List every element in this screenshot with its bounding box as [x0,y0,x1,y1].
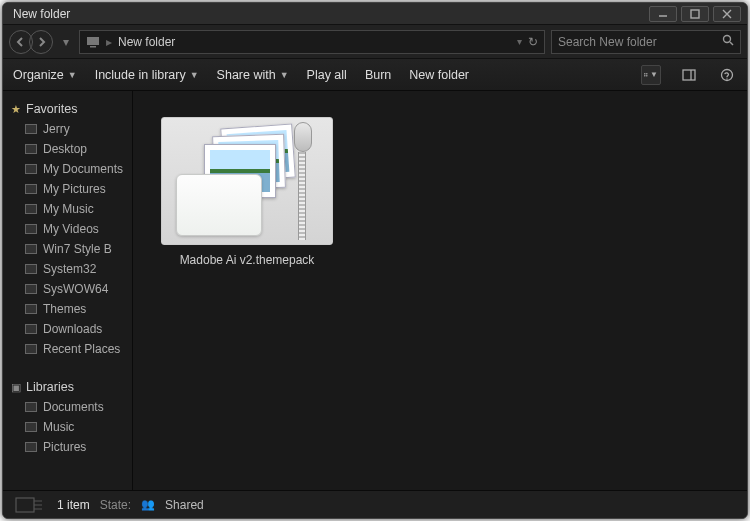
navigation-pane[interactable]: ★ Favorites JerryDesktopMy DocumentsMy P… [3,91,133,490]
state-value: Shared [165,498,204,512]
history-buttons [9,30,53,54]
svg-rect-7 [646,75,647,76]
chevron-down-icon: ▼ [190,70,199,80]
breadcrumb-separator-icon: ▸ [106,35,112,49]
sidebar-item-label: Documents [43,400,104,414]
folder-icon [25,284,37,294]
organize-menu[interactable]: Organize▼ [13,68,77,82]
sidebar-item-my-documents[interactable]: My Documents [3,159,132,179]
state-label: State: [100,498,131,512]
window-controls [649,6,741,22]
chevron-down-icon: ▼ [650,70,658,79]
command-bar: Organize▼ Include in library▼ Share with… [3,59,747,91]
burn-button[interactable]: Burn [365,68,391,82]
sidebar-item-my-pictures[interactable]: My Pictures [3,179,132,199]
library-icon [25,422,37,432]
libraries-icon: ▣ [11,381,21,394]
share-with-menu[interactable]: Share with▼ [217,68,289,82]
folder-icon [25,324,37,334]
folder-icon [25,264,37,274]
library-icon [25,442,37,452]
navigation-bar: ▾ ▸ New folder ▾ ↻ [3,25,747,59]
sidebar-item-label: My Videos [43,222,99,236]
history-dropdown[interactable]: ▾ [59,35,73,49]
address-dropdown[interactable]: ▾ [517,36,522,47]
sidebar-item-pictures[interactable]: Pictures [3,437,132,457]
folder-icon [25,144,37,154]
svg-rect-8 [683,70,695,80]
libraries-label: Libraries [26,380,74,394]
star-icon: ★ [11,103,21,116]
folder-icon [25,224,37,234]
chevron-down-icon: ▼ [280,70,289,80]
sidebar-item-label: My Pictures [43,182,106,196]
sidebar-item-label: SysWOW64 [43,282,108,296]
sidebar-item-downloads[interactable]: Downloads [3,319,132,339]
body: ★ Favorites JerryDesktopMy DocumentsMy P… [3,91,747,490]
sidebar-item-label: Pictures [43,440,86,454]
sidebar-item-documents[interactable]: Documents [3,397,132,417]
close-button[interactable] [713,6,741,22]
sidebar-item-music[interactable]: Music [3,417,132,437]
sidebar-item-desktop[interactable]: Desktop [3,139,132,159]
sidebar-item-jerry[interactable]: Jerry [3,119,132,139]
include-in-library-menu[interactable]: Include in library▼ [95,68,199,82]
help-button[interactable] [717,65,737,85]
sidebar-item-win7-style-b[interactable]: Win7 Style B [3,239,132,259]
address-bar[interactable]: ▸ New folder ▾ ↻ [79,30,545,54]
svg-rect-4 [644,73,645,74]
sidebar-item-themes[interactable]: Themes [3,299,132,319]
libraries-header[interactable]: ▣ Libraries [3,377,132,397]
folder-icon [25,204,37,214]
preview-pane-button[interactable] [679,65,699,85]
sidebar-item-label: System32 [43,262,96,276]
status-bar: 1 item State: 👥 Shared [3,490,747,518]
sidebar-item-my-videos[interactable]: My Videos [3,219,132,239]
folder-icon [25,164,37,174]
titlebar: New folder [3,3,747,25]
svg-rect-5 [646,73,647,74]
item-count: 1 item [57,498,90,512]
svg-rect-10 [16,498,34,512]
search-input[interactable] [558,35,722,49]
svg-point-3 [724,36,731,43]
refresh-button[interactable]: ↻ [528,35,538,49]
minimize-button[interactable] [649,6,677,22]
chevron-down-icon: ▼ [68,70,77,80]
file-item[interactable]: Madobe Ai v2.themepack [161,117,333,267]
search-icon[interactable] [722,34,734,49]
sidebar-item-label: Downloads [43,322,102,336]
sidebar-item-recent-places[interactable]: Recent Places [3,339,132,359]
svg-rect-2 [90,46,96,48]
play-all-button[interactable]: Play all [307,68,347,82]
forward-button[interactable] [29,30,53,54]
favorites-label: Favorites [26,102,77,116]
sidebar-item-label: My Documents [43,162,123,176]
library-icon [25,402,37,412]
maximize-button[interactable] [681,6,709,22]
explorer-window: New folder ▾ ▸ New folder ▾ ↻ [2,2,748,519]
sidebar-item-syswow64[interactable]: SysWOW64 [3,279,132,299]
folder-icon [25,304,37,314]
window-title: New folder [13,7,649,21]
sidebar-item-label: Music [43,420,74,434]
sidebar-item-label: Recent Places [43,342,120,356]
items-view[interactable]: Madobe Ai v2.themepack [133,91,747,490]
sidebar-item-label: Desktop [43,142,87,156]
details-pane-icon [11,494,47,516]
new-folder-button[interactable]: New folder [409,68,469,82]
computer-icon [86,35,100,49]
breadcrumb[interactable]: New folder [118,35,175,49]
svg-rect-6 [644,75,645,76]
sidebar-item-system32[interactable]: System32 [3,259,132,279]
svg-rect-1 [87,37,99,45]
folder-icon [25,344,37,354]
favorites-header[interactable]: ★ Favorites [3,99,132,119]
shared-icon: 👥 [141,498,155,511]
folder-icon [25,184,37,194]
sidebar-item-label: Win7 Style B [43,242,112,256]
zipper-icon [290,118,314,244]
sidebar-item-my-music[interactable]: My Music [3,199,132,219]
change-view-button[interactable]: ▼ [641,65,661,85]
search-box[interactable] [551,30,741,54]
